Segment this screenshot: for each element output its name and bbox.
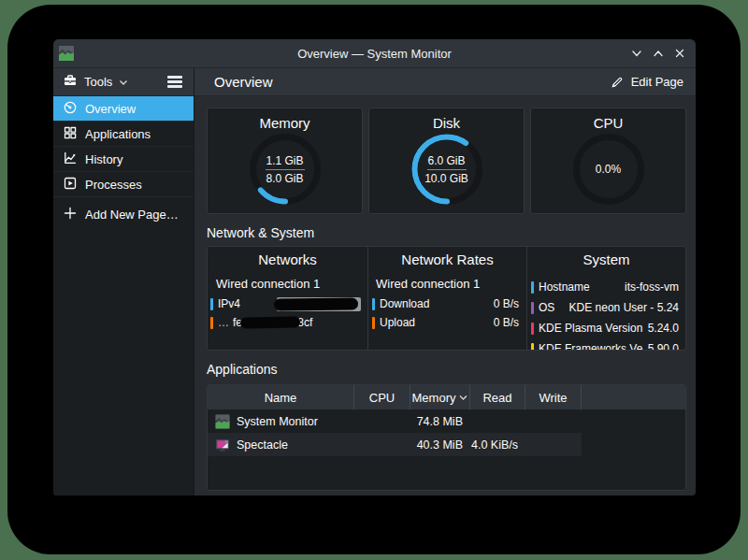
legend-bar <box>210 317 213 329</box>
column-header-memory[interactable]: Memory <box>410 385 470 409</box>
column-header-write[interactable]: Write <box>525 385 582 409</box>
redaction-scribble <box>274 297 358 310</box>
section-label-applications: Applications <box>207 362 686 377</box>
legend-bar <box>531 302 534 314</box>
sidebar-item-add-new-page[interactable]: Add New Page… <box>53 202 194 226</box>
spectacle-icon <box>215 438 230 452</box>
network-system-panel: Networks Wired connection 1 IPv4 … fe8 <box>207 246 686 351</box>
system-monitor-icon <box>215 414 230 429</box>
filler-cell <box>582 409 685 433</box>
rate-value: 0 B/s <box>494 316 526 329</box>
pencil-icon <box>611 76 624 89</box>
legend-bar <box>372 317 375 329</box>
sidebar-item-label: Add New Page… <box>85 208 179 222</box>
system-label: KDE Frameworks Ve <box>539 342 642 351</box>
ipv4-label: IPv4 <box>218 297 240 310</box>
cpu-card: CPU 0.0% <box>530 108 686 214</box>
memory-cell: 74.8 MiB <box>410 409 470 433</box>
write-cell <box>525 433 582 456</box>
ipv4-row: IPv4 <box>208 294 367 313</box>
sensor-cards-row: Memory 1.1 GiB 8.0 GiB Disk <box>207 108 686 214</box>
column-header-name[interactable]: Name <box>208 385 354 409</box>
card-title: Memory <box>208 115 362 131</box>
write-cell <box>525 409 582 433</box>
app-name: System Monitor <box>237 415 318 428</box>
main-area: Overview Edit Page Memory <box>194 68 696 495</box>
redacted-ipv4-value <box>277 297 361 311</box>
rate-value: 0 B/s <box>494 297 526 310</box>
rate-label: Upload <box>380 316 415 329</box>
system-label: KDE Plasma Version <box>539 322 642 335</box>
tools-menu-button[interactable]: Tools <box>84 75 112 89</box>
total-value: 10.0 GiB <box>424 172 468 185</box>
edit-page-label: Edit Page <box>631 75 683 89</box>
titlebar[interactable]: Overview — System Monitor <box>53 39 696 68</box>
upload-row: Upload 0 B/s <box>368 313 526 332</box>
sidebar-header: Tools <box>53 68 194 96</box>
edit-page-button[interactable]: Edit Page <box>607 72 687 92</box>
close-icon[interactable] <box>673 48 685 60</box>
redaction-scribble <box>240 316 300 328</box>
ellipsis-label: … <box>218 316 229 329</box>
networks-title: Networks <box>208 251 367 274</box>
read-cell <box>470 409 525 433</box>
used-value: 1.1 GiB <box>266 154 303 167</box>
system-value: 5.24.0 <box>648 322 685 335</box>
sidebar-item-processes[interactable]: Processes <box>53 172 194 197</box>
cpu-cell <box>354 433 410 456</box>
disk-usage-text: 6.0 GiB 10.0 GiB <box>369 132 524 207</box>
screenshot-canvas: { "colors": { "accent": "#3daee9", "oran… <box>0 0 748 560</box>
card-title: CPU <box>531 115 685 131</box>
sidebar: Tools Overview Applications <box>53 68 194 495</box>
cpu-usage-text: 0.0% <box>531 132 685 207</box>
cpu-cell <box>354 409 410 433</box>
system-title: System <box>527 251 685 274</box>
sidebar-item-label: Processes <box>85 178 142 192</box>
ipv6-row: … fe8 28cf <box>208 313 367 332</box>
network-rates-column: Network Rates Wired connection 1 Downloa… <box>367 247 526 350</box>
minimize-icon[interactable] <box>630 48 642 60</box>
plasma-version-row: KDE Plasma Version 5.24.0 <box>527 318 685 338</box>
fraction-divider <box>427 169 467 170</box>
column-header-cpu[interactable]: CPU <box>354 385 410 409</box>
maximize-icon[interactable] <box>652 48 664 60</box>
memory-card: Memory 1.1 GiB 8.0 GiB <box>207 108 363 214</box>
memory-usage-text: 1.1 GiB 8.0 GiB <box>208 132 362 207</box>
system-value: KDE neon User - 5.24 <box>569 301 685 314</box>
window-title: Overview — System Monitor <box>53 47 696 61</box>
sort-descending-icon <box>459 395 468 401</box>
frameworks-version-row: KDE Frameworks Ve 5.90.0 <box>527 338 685 351</box>
system-monitor-window: Overview — System Monitor <box>53 39 696 495</box>
fraction-divider <box>266 169 305 170</box>
app-name: Spectacle <box>237 438 288 452</box>
legend-bar <box>531 343 534 352</box>
table-row-system-monitor[interactable]: System Monitor 74.8 MiB <box>208 409 685 433</box>
overview-page: Memory 1.1 GiB 8.0 GiB Disk <box>194 96 696 495</box>
column-header-filler <box>582 385 685 409</box>
connection-name: Wired connection 1 <box>368 274 526 294</box>
sidebar-item-applications[interactable]: Applications <box>53 122 194 147</box>
filler-cell <box>582 433 685 456</box>
column-header-label: Memory <box>412 391 456 405</box>
hamburger-menu-icon[interactable] <box>167 76 182 87</box>
sidebar-item-overview[interactable]: Overview <box>53 96 194 122</box>
applications-table: Name CPU Memory Read Write <box>207 384 686 491</box>
os-row: OS KDE neon User - 5.24 <box>527 297 685 318</box>
network-rates-title: Network Rates <box>368 251 526 274</box>
system-monitor-app-icon <box>58 45 75 62</box>
download-row: Download 0 B/s <box>368 294 526 313</box>
chart-line-icon <box>63 151 78 168</box>
card-title: Disk <box>369 115 524 131</box>
hostname-row: Hostname its-foss-vm <box>527 277 685 297</box>
grid-icon <box>63 125 78 143</box>
toolbox-icon[interactable] <box>63 73 78 91</box>
speedometer-icon <box>63 100 78 118</box>
sidebar-item-history[interactable]: History <box>53 147 194 172</box>
system-column: System Hostname its-foss-vm OS KDE neon … <box>526 247 685 350</box>
column-header-read[interactable]: Read <box>470 385 525 409</box>
table-row-spectacle[interactable]: Spectacle 40.3 MiB 4.0 KiB/s <box>208 433 685 456</box>
system-label: OS <box>539 301 554 314</box>
legend-bar <box>210 298 213 310</box>
read-cell: 4.0 KiB/s <box>470 433 525 456</box>
sidebar-item-label: History <box>85 152 122 166</box>
